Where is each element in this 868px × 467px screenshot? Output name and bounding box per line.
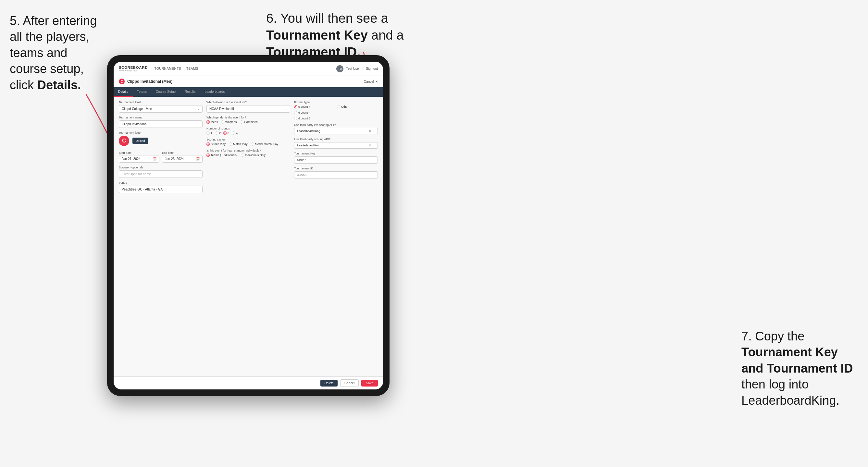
- sponsor-input[interactable]: Enter sponsor name: [119, 170, 203, 178]
- tournament-id-value: 302051: [294, 172, 378, 179]
- round-2-radio[interactable]: [215, 131, 218, 135]
- scoring-match[interactable]: Match Play: [229, 143, 248, 146]
- tab-teams[interactable]: Teams: [133, 87, 151, 97]
- delete-button[interactable]: Delete: [320, 380, 338, 386]
- annotation-bottom-right: 7. Copy the Tournament Key and Tournamen…: [741, 329, 862, 409]
- tab-leaderboards[interactable]: Leaderboards: [200, 87, 229, 97]
- format-6count5[interactable]: 6 count 5: [294, 117, 335, 120]
- tournament-key-value: b4f0b7: [294, 156, 378, 163]
- cancel-button[interactable]: Cancel: [340, 379, 359, 387]
- division-select[interactable]: NCAA Division III ⌄: [207, 105, 290, 113]
- scoring-group: Scoring system Stroke Play Match Play: [207, 138, 290, 146]
- scoring-stroke[interactable]: Stroke Play: [207, 143, 226, 146]
- teams-plus-individuals[interactable]: Teams (+Individuals): [207, 154, 238, 157]
- cancel-header-button[interactable]: Cancel ✕: [364, 80, 378, 84]
- division-group: Which division is the event for? NCAA Di…: [207, 101, 290, 113]
- format-other[interactable]: Other: [337, 105, 378, 108]
- annotation-top-right: 6. You will then see a Tournament Key an…: [266, 10, 461, 60]
- tablet-screen: SCOREBOARD Powered by clippd TOURNAMENTS…: [114, 62, 383, 390]
- round-4-radio[interactable]: [232, 131, 235, 135]
- format-5c4-radio[interactable]: [294, 105, 297, 108]
- tab-details[interactable]: Details: [114, 87, 133, 97]
- gender-mens[interactable]: Mens: [207, 120, 218, 124]
- individuals-only[interactable]: Individuals Only: [241, 154, 266, 157]
- end-date-group: End date Jan 23, 2024 📅: [162, 149, 203, 163]
- tab-course-setup[interactable]: Course Setup: [151, 87, 180, 97]
- host-select[interactable]: Clippd College - Men ⌄: [119, 105, 203, 113]
- individuals-radio[interactable]: [241, 154, 244, 157]
- api1-label: Use third-party live scoring API?: [294, 123, 378, 127]
- nav-links: TOURNAMENTS TEAMS: [154, 67, 330, 70]
- scoring-radio-group: Stroke Play Match Play Medal Match Play: [207, 143, 290, 146]
- venue-label: Venue: [119, 181, 203, 184]
- scoring-label: Scoring system: [207, 138, 290, 141]
- rounds-group: Number of rounds 1 2 3: [207, 127, 290, 135]
- round-1[interactable]: 1: [207, 131, 212, 135]
- round-1-radio[interactable]: [207, 131, 210, 135]
- app-logo: SCOREBOARD: [119, 66, 148, 69]
- teams-group: Is this event for Teams and/or Individua…: [207, 149, 290, 157]
- division-label: Which division is the event for?: [207, 101, 290, 104]
- gender-womens[interactable]: Womens: [221, 120, 237, 124]
- nav-tournaments[interactable]: TOURNAMENTS: [154, 67, 181, 70]
- scoring-medal-match-radio[interactable]: [251, 143, 254, 146]
- form-section-basic: Tournament Host Clippd College - Men ⌄ T…: [119, 101, 203, 193]
- format-6c5-radio[interactable]: [294, 117, 297, 120]
- rounds-label: Number of rounds: [207, 127, 290, 130]
- tab-results[interactable]: Results: [180, 87, 200, 97]
- gender-label: Which gender is the event for?: [207, 116, 290, 119]
- host-select-arrow: ⌄: [197, 107, 199, 110]
- logo-subtitle: Powered by clippd: [119, 69, 148, 72]
- gender-womens-radio[interactable]: [221, 120, 224, 124]
- sponsor-label: Sponsor (optional): [119, 166, 203, 169]
- name-label: Tournament name: [119, 116, 203, 119]
- api2-label: Use third-party scoring API?: [294, 137, 378, 141]
- format-other-radio[interactable]: [337, 105, 340, 108]
- scoring-match-radio[interactable]: [229, 143, 232, 146]
- start-date-label: Start date: [119, 151, 131, 154]
- scoring-stroke-radio[interactable]: [207, 143, 210, 146]
- end-date-input[interactable]: Jan 23, 2024 📅: [162, 155, 203, 163]
- round-2[interactable]: 2: [215, 131, 221, 135]
- tabs-bar: Details Teams Course Setup Results Leade…: [114, 87, 383, 97]
- user-name: Test User: [346, 67, 360, 70]
- api1-input[interactable]: Leaderboard King ✕ ⌄: [294, 128, 378, 134]
- form-section-format: Format type 5 count 4 Other: [294, 101, 378, 193]
- gender-mens-radio[interactable]: [207, 120, 210, 124]
- upload-button[interactable]: Upload: [132, 137, 148, 144]
- tournament-logo: C: [119, 79, 125, 84]
- format-5count4[interactable]: 5 count 4: [294, 105, 335, 108]
- host-label: Tournament Host: [119, 101, 203, 104]
- teams-radio[interactable]: [207, 154, 210, 157]
- scoring-medal-match[interactable]: Medal Match Play: [251, 143, 279, 146]
- api1-group: Use third-party live scoring API? Leader…: [294, 123, 378, 134]
- format-row-2: 6 count 4: [294, 111, 378, 114]
- api2-clear[interactable]: ✕ ⌄: [369, 144, 375, 147]
- nav-teams[interactable]: TEAMS: [186, 67, 198, 70]
- gender-combined[interactable]: Combined: [240, 120, 257, 124]
- api2-input[interactable]: Leaderboard King ✕ ⌄: [294, 142, 378, 149]
- api1-clear[interactable]: ✕ ⌄: [369, 129, 375, 133]
- gender-combined-radio[interactable]: [240, 120, 243, 124]
- round-3[interactable]: 3: [223, 131, 229, 135]
- format-6count4[interactable]: 6 count 4: [294, 111, 335, 114]
- calendar-icon: 📅: [153, 157, 156, 161]
- gender-radio-group: Mens Womens Combined: [207, 120, 290, 124]
- start-date-input[interactable]: Jan 21, 2024 📅: [119, 155, 159, 163]
- user-avatar: TU: [336, 65, 343, 72]
- format-row-1: 5 count 4 Other: [294, 105, 378, 108]
- host-group: Tournament Host Clippd College - Men ⌄: [119, 101, 203, 113]
- logo-label: Tournament logo: [119, 131, 203, 134]
- sign-out-link[interactable]: Sign out: [366, 67, 378, 70]
- round-4[interactable]: 4: [232, 131, 238, 135]
- tournament-key-label: Tournament Key: [294, 152, 378, 155]
- name-input[interactable]: Clippd Invitational: [119, 120, 203, 128]
- venue-select[interactable]: Peachtree GC - Atlanta - GA ⌄: [119, 186, 203, 193]
- logo-group: Tournament logo C Upload: [119, 131, 203, 146]
- main-content: Tournament Host Clippd College - Men ⌄ T…: [114, 97, 383, 376]
- form-section-scoring: Which division is the event for? NCAA Di…: [207, 101, 290, 193]
- save-button[interactable]: Save: [361, 380, 378, 386]
- round-3-radio[interactable]: [223, 131, 226, 135]
- end-date-label: End date: [162, 151, 174, 154]
- format-6c4-radio[interactable]: [294, 111, 297, 114]
